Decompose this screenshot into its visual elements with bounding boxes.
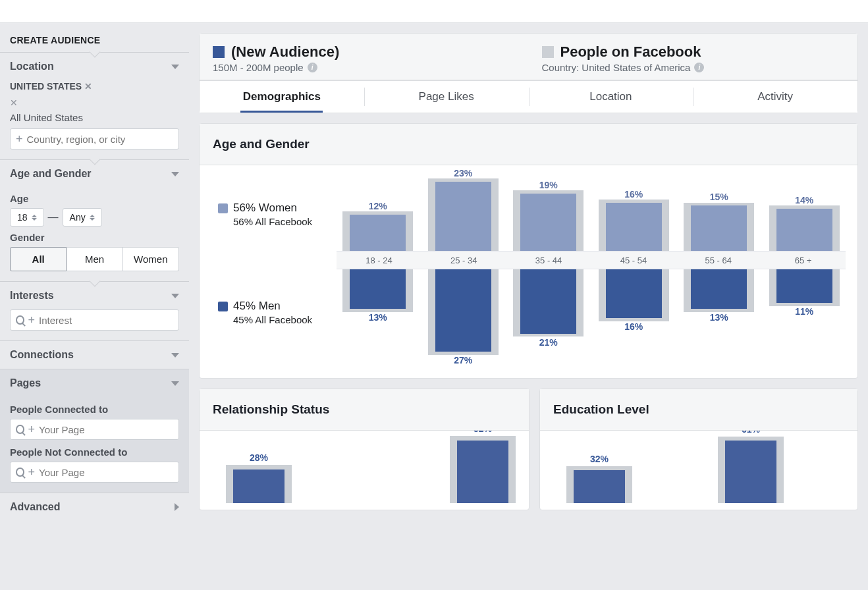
men-value-label: 21% — [539, 337, 558, 348]
gender-men-button[interactable]: Men — [67, 247, 122, 271]
remove-country-icon[interactable]: ✕ — [84, 81, 92, 92]
tab-bar: Demographics Page Likes Location Activit… — [200, 80, 857, 113]
education-chart: 32% 61% — [540, 431, 857, 510]
connections-toggle[interactable]: Connections — [0, 341, 189, 369]
relationship-chart: 28% 52% — [200, 431, 529, 510]
chevron-down-icon — [171, 65, 179, 69]
tab-page-likes[interactable]: Page Likes — [364, 81, 529, 113]
info-icon[interactable]: i — [308, 63, 317, 72]
search-icon — [16, 425, 24, 434]
interest-input-wrap[interactable]: + — [10, 309, 179, 331]
location-country-chip[interactable]: UNITED STATES ✕ — [10, 81, 92, 92]
chevron-down-icon — [171, 381, 179, 386]
sidebar-section-age-gender: Age and Gender Age 18 — Any Gend — [0, 159, 189, 281]
men-value-label: 13% — [710, 312, 728, 323]
location-input-wrap[interactable]: + — [10, 128, 179, 149]
women-value-label: 16% — [624, 189, 643, 200]
women-ref-label: 56% All Facebook — [233, 216, 337, 227]
location-input[interactable] — [27, 134, 173, 145]
age-bucket-label: 35 - 44 — [506, 252, 591, 269]
age-bucket-women: 23% — [422, 178, 505, 251]
advanced-toggle[interactable]: Advanced — [0, 493, 189, 521]
gender-buttons: All Men Women — [10, 247, 179, 271]
women-swatch — [218, 203, 228, 213]
facebook-subtitle: Country: United States of America — [542, 62, 691, 73]
age-gender-legend: 56% Women 56% All Facebook 45% Men 45% A… — [211, 165, 337, 362]
audience-header: (New Audience) 150M - 200M people i — [200, 34, 529, 80]
location-country-label: UNITED STATES — [10, 81, 82, 92]
info-icon[interactable]: i — [694, 63, 704, 72]
chevron-right-icon — [175, 503, 179, 511]
age-bucket-men: 21% — [507, 269, 590, 336]
search-icon — [16, 315, 24, 325]
legend-men: 45% Men 45% All Facebook — [218, 300, 337, 325]
page-connected-input[interactable] — [39, 424, 173, 435]
women-value-label: 14% — [795, 195, 813, 205]
legend-women: 56% Women 56% All Facebook — [218, 201, 337, 227]
age-label: Age — [10, 193, 179, 204]
mini-bar: 32% — [566, 454, 632, 503]
age-bucket-men: 13% — [678, 269, 761, 312]
age-bucket-women: 16% — [593, 200, 676, 251]
mini-bar: 61% — [718, 431, 784, 503]
sidebar: CREATE AUDIENCE Location UNITED STATES ✕… — [0, 23, 189, 590]
age-bucket-label: 55 - 64 — [676, 252, 761, 269]
header-card: (New Audience) 150M - 200M people i Peop… — [199, 33, 858, 113]
age-bucket-men: 16% — [593, 269, 676, 321]
mini-value-label: 61% — [742, 431, 760, 435]
women-value-label: 23% — [454, 168, 472, 178]
gender-all-button[interactable]: All — [10, 247, 67, 271]
mini-value-label: 28% — [250, 452, 268, 463]
mini-value-label: 32% — [590, 454, 609, 464]
main: (New Audience) 150M - 200M people i Peop… — [189, 23, 868, 590]
tab-demographics[interactable]: Demographics — [200, 81, 364, 113]
age-gender-card: Age and Gender 56% Women 56% All Faceboo… — [199, 123, 858, 379]
gender-label: Gender — [10, 232, 179, 243]
age-from-select[interactable]: 18 — [10, 208, 44, 227]
age-gender-chart: 12% 23% 19% 16% — [337, 165, 846, 362]
sidebar-section-pages: Pages People Connected to + People Not C… — [0, 369, 189, 493]
age-to-select[interactable]: Any — [63, 208, 102, 227]
women-pct-label: 56% Women — [233, 201, 297, 215]
gender-women-button[interactable]: Women — [123, 247, 179, 271]
sidebar-section-connections: Connections — [0, 340, 189, 369]
age-bucket-men: 27% — [422, 269, 505, 355]
clear-sub-icon[interactable]: ✕ — [10, 97, 179, 108]
age-bucket-label: 25 - 34 — [421, 252, 506, 269]
pages-toggle[interactable]: Pages — [0, 369, 189, 397]
men-value-label: 13% — [369, 312, 387, 323]
age-bucket-label: 45 - 54 — [591, 252, 676, 269]
page-not-connected-input[interactable] — [39, 467, 173, 478]
tab-location[interactable]: Location — [529, 81, 693, 113]
age-bucket-men: 13% — [337, 269, 420, 312]
people-connected-label: People Connected to — [10, 404, 179, 415]
interest-input[interactable] — [39, 315, 173, 326]
women-value-label: 19% — [539, 180, 558, 190]
facebook-header: People on Facebook Country: United State… — [529, 34, 858, 80]
age-bucket-men: 11% — [763, 269, 846, 306]
relationship-card: Relationship Status 28% 52% — [199, 389, 529, 510]
search-icon — [16, 468, 24, 477]
age-bucket-label: 65 + — [761, 252, 846, 269]
page-not-connected-input-wrap[interactable]: + — [10, 462, 179, 483]
plus-icon: + — [16, 133, 23, 145]
age-bucket-women: 19% — [507, 190, 590, 251]
age-to-value: Any — [70, 212, 86, 223]
age-bucket-women: 15% — [678, 203, 761, 251]
men-pct-label: 45% Men — [233, 300, 281, 313]
connections-heading: Connections — [10, 349, 74, 361]
relationship-title: Relationship Status — [200, 389, 529, 430]
education-title: Education Level — [540, 389, 857, 430]
chevron-down-icon — [171, 294, 179, 298]
page-connected-input-wrap[interactable]: + — [10, 419, 179, 440]
age-bucket-women: 14% — [763, 205, 846, 251]
location-all-label: All United States — [10, 112, 179, 123]
audience-subtitle: 150M - 200M people — [213, 62, 304, 73]
age-gender-title: Age and Gender — [200, 124, 857, 165]
age-from-value: 18 — [17, 212, 28, 223]
men-value-label: 16% — [624, 321, 643, 332]
tab-activity[interactable]: Activity — [693, 81, 857, 113]
audience-swatch — [213, 46, 225, 58]
men-swatch — [218, 302, 228, 311]
top-strip — [0, 0, 868, 23]
